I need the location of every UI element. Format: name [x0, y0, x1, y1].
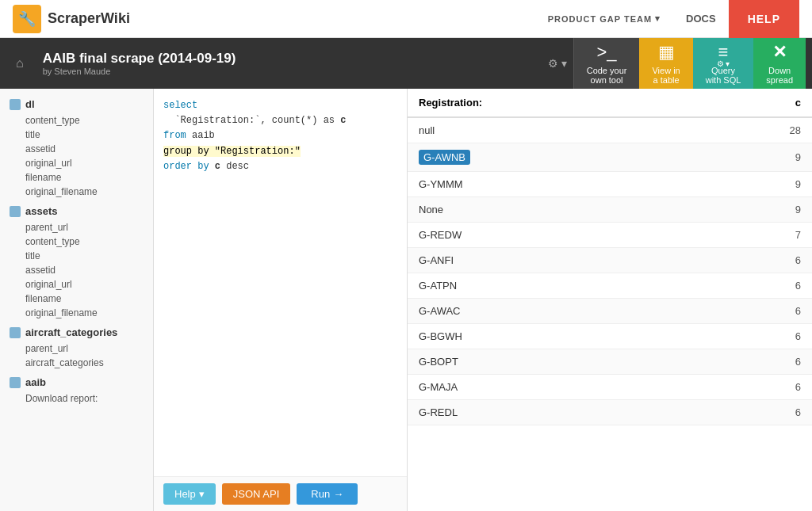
cell-count: 6 [698, 375, 812, 400]
cell-registration: G-ANFI [408, 248, 698, 273]
editor-footer: Help ▾ JSON API Run → [154, 476, 407, 511]
settings-button[interactable]: ⚙ ▾ [542, 57, 573, 70]
sidebar-group-header-aircraft_categories[interactable]: aircraft_categories [0, 323, 153, 341]
table-row[interactable]: G-MAJA6 [408, 375, 812, 400]
logo-text: ScraperWiki [48, 10, 130, 27]
download-tool-button[interactable]: ✕ Downspread [753, 38, 806, 89]
download-icon: ✕ [772, 42, 787, 63]
sidebar-group-assets: assetsparent_urlcontent_typetitleassetid… [0, 202, 153, 320]
scraper-author: by Steven Maude [43, 67, 532, 76]
code-area[interactable]: select `Registration:`, count(*) as c fr… [154, 89, 407, 476]
table-icon-dl [10, 99, 21, 110]
cell-count: 9 [698, 143, 812, 172]
cell-registration: G-AWNB [408, 143, 698, 172]
tool-bar: ⌂ AAIB final scrape (2014-09-19) by Stev… [0, 38, 812, 89]
table-icon-aaib [10, 377, 21, 388]
product-gap-team-menu[interactable]: PRODUCT GAP TEAM ▾ [535, 13, 673, 24]
help-button[interactable]: HELP [729, 0, 799, 38]
sidebar-item-title[interactable]: title [0, 128, 153, 142]
code-icon: >_ [597, 42, 617, 63]
sidebar-group-header-aaib[interactable]: aaib [0, 373, 153, 391]
results-tbody: null28G-AWNB9G-YMMM9None9G-REDW7G-ANFI6G… [408, 117, 812, 425]
cell-registration: G-ATPN [408, 273, 698, 299]
sidebar-item-original-filename[interactable]: original_filename [0, 185, 153, 199]
sidebar-item-parent-url[interactable]: parent_url [0, 220, 153, 235]
table-icon: ▦ [658, 42, 675, 63]
table-icon-aircraft_categories [10, 327, 21, 338]
sidebar-item-assetid[interactable]: assetid [0, 263, 153, 277]
table-row[interactable]: G-BOPT6 [408, 349, 812, 375]
table-row[interactable]: G-REDL6 [408, 400, 812, 425]
sidebar-group-label-aaib: aaib [25, 376, 46, 388]
sidebar-group-header-assets[interactable]: assets [0, 202, 153, 220]
table-row[interactable]: G-AWNB9 [408, 143, 812, 172]
cell-registration: G-AWAC [408, 299, 698, 324]
sidebar-group-aaib: aaibDownload report: [0, 373, 153, 406]
nav-right: PRODUCT GAP TEAM ▾ DOCS HELP [535, 0, 799, 38]
logo-icon: 🔧 [13, 5, 41, 33]
sidebar-group-header-dl[interactable]: dl [0, 95, 153, 113]
table-row[interactable]: null28 [408, 117, 812, 143]
cell-count: 6 [698, 349, 812, 375]
cell-count: 9 [698, 197, 812, 223]
sidebar-item-aircraft-categories[interactable]: aircraft_categories [0, 356, 153, 370]
cell-registration: G-YMMM [408, 172, 698, 197]
cell-count: 6 [698, 400, 812, 425]
cell-count: 6 [698, 273, 812, 299]
sql-settings-icon: ⚙ ▾ [717, 59, 730, 68]
cell-count: 6 [698, 248, 812, 273]
results-panel: Registration: c null28G-AWNB9G-YMMM9None… [408, 89, 812, 511]
results-table: Registration: c null28G-AWNB9G-YMMM9None… [408, 89, 812, 425]
sidebar-item-assetid[interactable]: assetid [0, 142, 153, 156]
sidebar-group-dl: dlcontent_typetitleassetidoriginal_urlfi… [0, 95, 153, 199]
home-button[interactable]: ⌂ [6, 56, 33, 71]
table-row[interactable]: G-YMMM9 [408, 172, 812, 197]
docs-link[interactable]: DOCS [673, 13, 729, 25]
sidebar-item-original-url[interactable]: original_url [0, 277, 153, 292]
cell-registration: G-REDW [408, 223, 698, 248]
sidebar-item-Download-report-[interactable]: Download report: [0, 391, 153, 406]
cell-registration: G-BOPT [408, 349, 698, 375]
cell-registration: null [408, 117, 698, 143]
json-api-button[interactable]: JSON API [222, 483, 291, 505]
col-registration: Registration: [408, 89, 698, 117]
top-navigation: 🔧 ScraperWiki PRODUCT GAP TEAM ▾ DOCS HE… [0, 0, 812, 38]
sidebar-item-title[interactable]: title [0, 249, 153, 263]
sidebar-group-aircraft_categories: aircraft_categoriesparent_urlaircraft_ca… [0, 323, 153, 370]
main-content: dlcontent_typetitleassetidoriginal_urlfi… [0, 89, 812, 511]
table-header-row: Registration: c [408, 89, 812, 117]
sql-tool-button[interactable]: ≡ Querywith SQL ⚙ ▾ [693, 38, 754, 89]
table-tool-label: View ina table [652, 66, 680, 85]
scraper-title: AAIB final scrape (2014-09-19) [43, 51, 532, 67]
cell-count: 6 [698, 324, 812, 349]
sidebar-item-original-filename[interactable]: original_filename [0, 306, 153, 320]
cell-count: 28 [698, 117, 812, 143]
scraper-title-area: AAIB final scrape (2014-09-19) by Steven… [33, 51, 542, 76]
table-row[interactable]: G-REDW7 [408, 223, 812, 248]
col-count: c [698, 89, 812, 117]
sidebar-item-original-url[interactable]: original_url [0, 156, 153, 170]
sidebar-item-parent-url[interactable]: parent_url [0, 341, 153, 356]
sql-tool-label: Querywith SQL [706, 66, 741, 85]
cell-count: 6 [698, 299, 812, 324]
table-row[interactable]: G-ATPN6 [408, 273, 812, 299]
sidebar-group-label-aircraft_categories: aircraft_categories [25, 326, 117, 338]
table-row[interactable]: G-BGWH6 [408, 324, 812, 349]
table-row[interactable]: G-ANFI6 [408, 248, 812, 273]
sidebar-item-content-type[interactable]: content_type [0, 113, 153, 128]
help-dropdown-button[interactable]: Help ▾ [163, 483, 216, 505]
cell-registration: None [408, 197, 698, 223]
cell-count: 7 [698, 223, 812, 248]
run-button[interactable]: Run → [297, 483, 358, 505]
sidebar-item-filename[interactable]: filename [0, 170, 153, 185]
sidebar-item-content-type[interactable]: content_type [0, 235, 153, 249]
table-row[interactable]: G-AWAC6 [408, 299, 812, 324]
cell-registration: G-BGWH [408, 324, 698, 349]
cell-registration: G-MAJA [408, 375, 698, 400]
sidebar-item-filename[interactable]: filename [0, 292, 153, 306]
code-tool-button[interactable]: >_ Code yourown tool [573, 38, 640, 89]
table-row[interactable]: None9 [408, 197, 812, 223]
table-icon-assets [10, 206, 21, 217]
logo-area: 🔧 ScraperWiki [13, 5, 526, 33]
table-tool-button[interactable]: ▦ View ina table [639, 38, 692, 89]
